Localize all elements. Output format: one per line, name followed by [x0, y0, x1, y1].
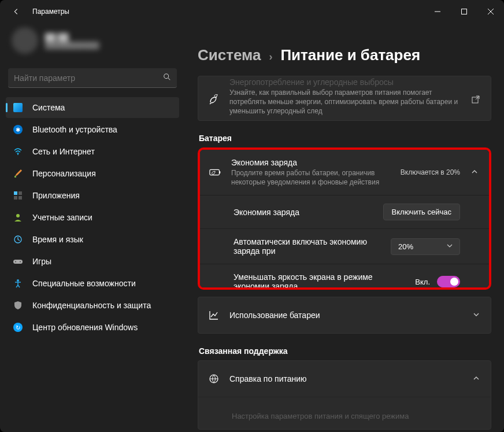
system-icon	[13, 102, 23, 113]
svg-rect-18	[219, 171, 220, 173]
nav-accounts[interactable]: Учетные записи	[6, 207, 179, 228]
highlight-frame: Экономия заряда Продлите время работы ба…	[198, 147, 491, 290]
svg-rect-9	[18, 196, 22, 200]
nav-update[interactable]: ↻ Центр обновления Windows	[6, 317, 179, 338]
nav-label: Система	[32, 103, 172, 112]
profile-block[interactable]: ██ ██ ████████████	[6, 23, 179, 58]
globe-help-icon	[207, 374, 220, 384]
nav-label: Bluetooth и устройства	[32, 125, 172, 134]
auto-threshold-dropdown[interactable]: 20%	[391, 238, 460, 255]
help-title: Справка по питанию	[229, 374, 462, 383]
sidebar: ██ ██ ████████████ Система ✱ Blue	[0, 23, 185, 432]
chevron-up-icon	[471, 375, 481, 383]
section-related-label: Связанная поддержка	[199, 346, 491, 356]
breadcrumb-current: Питание и батарея	[280, 46, 420, 64]
wifi-icon	[13, 146, 23, 157]
saver-title: Экономия заряда	[231, 158, 391, 167]
svg-rect-6	[14, 191, 17, 195]
breadcrumb-root[interactable]: Система	[198, 46, 261, 64]
svg-point-15	[17, 279, 19, 282]
svg-rect-17	[210, 170, 220, 175]
brush-icon	[13, 168, 23, 179]
accessibility-icon	[13, 278, 23, 289]
toggle-state-label: Вкл.	[415, 278, 430, 286]
section-battery-label: Батарея	[199, 134, 491, 143]
nav-gaming[interactable]: Игры	[6, 251, 179, 272]
saver-auto-row: Автоматически включать экономию заряда п…	[200, 228, 489, 264]
nav-personalization[interactable]: Персонализация	[6, 163, 179, 184]
breadcrumb: Система › Питание и батарея	[198, 23, 491, 76]
chevron-down-icon	[447, 243, 453, 250]
shield-icon	[13, 300, 23, 311]
svg-rect-1	[462, 9, 467, 14]
saver-enable-row: Экономия заряда Включить сейчас	[200, 195, 489, 228]
chevron-down-icon	[471, 311, 481, 320]
brightness-toggle[interactable]	[437, 276, 460, 287]
svg-rect-5	[14, 176, 16, 178]
nav-label: Конфиденциальность и защита	[32, 301, 172, 310]
gamepad-icon	[13, 256, 23, 267]
svg-rect-8	[14, 196, 17, 200]
nav-privacy[interactable]: Конфиденциальность и защита	[6, 295, 179, 316]
title-bar: Параметры	[0, 0, 504, 23]
close-button[interactable]	[477, 2, 504, 21]
svg-line-3	[168, 78, 171, 80]
energy-title: Энергопотребление и углеродные выбросы	[229, 77, 461, 87]
svg-rect-12	[13, 260, 23, 264]
nav-label: Время и язык	[32, 235, 172, 244]
nav-label: Специальные возможности	[32, 279, 172, 288]
saver-auto-label: Автоматически включать экономию заряда п…	[234, 237, 381, 256]
saver-brightness-label: Уменьшать яркость экрана в режиме эконом…	[234, 272, 406, 290]
maximize-button[interactable]	[451, 2, 477, 21]
svg-point-4	[17, 154, 18, 155]
saver-status: Включается в 20%	[401, 168, 460, 176]
nav-label: Центр обновления Windows	[32, 323, 172, 332]
help-sub-hint[interactable]: Настройка параметров питания и спящего р…	[232, 412, 462, 420]
search-input[interactable]	[14, 73, 163, 83]
update-icon: ↻	[13, 322, 23, 333]
search-box[interactable]	[8, 68, 177, 88]
globe-clock-icon	[13, 234, 23, 245]
battery-saver-header[interactable]: Экономия заряда Продлите время работы ба…	[200, 150, 489, 195]
nav-label: Приложения	[32, 191, 172, 200]
battery-usage-card[interactable]: Использование батареи	[198, 297, 491, 334]
nav-label: Персонализация	[32, 169, 172, 178]
window-title: Параметры	[32, 8, 69, 16]
avatar	[12, 27, 38, 54]
nav-system[interactable]: Система	[6, 97, 179, 118]
search-icon	[163, 73, 171, 83]
minimize-button[interactable]	[424, 2, 451, 21]
enable-now-button[interactable]: Включить сейчас	[383, 204, 460, 220]
chart-icon	[207, 310, 220, 320]
main-content: Система › Питание и батарея Энергопотреб…	[185, 23, 504, 432]
nav-label: Учетные записи	[32, 213, 172, 222]
nav-time[interactable]: Время и язык	[6, 229, 179, 250]
external-link-icon[interactable]	[470, 95, 481, 105]
dropdown-value: 20%	[398, 242, 413, 251]
chevron-right-icon: ›	[269, 51, 272, 63]
svg-point-10	[16, 214, 20, 217]
leaf-icon	[207, 94, 220, 106]
battery-leaf-icon	[209, 168, 222, 177]
help-card[interactable]: Справка по питанию Настройка параметров …	[198, 360, 491, 430]
saver-enable-label: Экономия заряда	[234, 208, 374, 217]
chevron-up-icon	[469, 168, 480, 177]
svg-point-13	[15, 261, 16, 263]
svg-point-2	[164, 74, 169, 79]
energy-card[interactable]: Энергопотребление и углеродные выбросы У…	[198, 76, 491, 121]
svg-point-14	[20, 261, 21, 263]
person-icon	[13, 212, 23, 223]
apps-icon	[13, 190, 23, 201]
svg-rect-7	[18, 191, 22, 195]
nav-label: Сеть и Интернет	[32, 147, 172, 156]
nav-network[interactable]: Сеть и Интернет	[6, 141, 179, 162]
nav-list: Система ✱ Bluetooth и устройства Сеть и …	[6, 97, 179, 338]
usage-title: Использование батареи	[229, 311, 462, 320]
nav-bluetooth[interactable]: ✱ Bluetooth и устройства	[6, 119, 179, 140]
back-button[interactable]	[7, 2, 25, 21]
nav-accessibility[interactable]: Специальные возможности	[6, 273, 179, 294]
saver-desc: Продлите время работы батареи, ограничив…	[231, 168, 391, 187]
energy-desc: Узнайте, как правильный выбор параметров…	[229, 88, 461, 116]
nav-apps[interactable]: Приложения	[6, 185, 179, 206]
battery-saver-card: Экономия заряда Продлите время работы ба…	[200, 150, 489, 290]
